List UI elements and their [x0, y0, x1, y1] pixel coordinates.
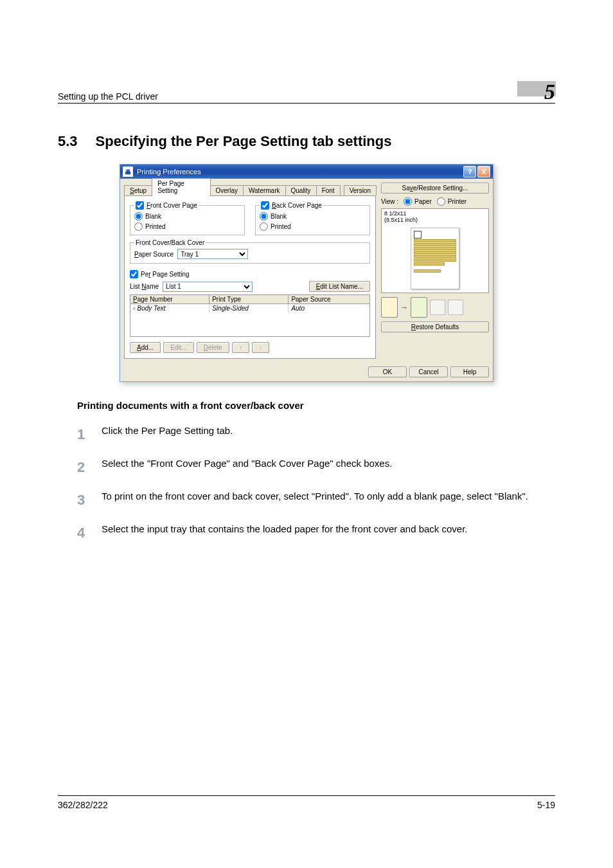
step-1: 1Click the Per Page Setting tab.	[77, 424, 536, 445]
paper-source-select[interactable]: Tray 1	[177, 249, 248, 259]
step-text: To print on the front cover and back cov…	[102, 489, 528, 504]
body-content: Printing documents with a front cover/ba…	[58, 400, 555, 543]
list-row[interactable]: ▫Body Text Single-Sided Auto	[130, 304, 369, 312]
list-name-select[interactable]: List 1	[163, 282, 253, 292]
list-name-label: List Name	[130, 283, 159, 290]
list-row-type: Single-Sided	[209, 304, 289, 312]
preview-sheet	[411, 228, 459, 289]
dialog-footer: OK Cancel Help	[120, 363, 493, 381]
arrow-icon: →	[400, 303, 408, 312]
fcbc-legend: Front Cover/Back Cover	[134, 239, 206, 246]
magnifier-icon	[414, 231, 422, 239]
chapter-badge: 5	[517, 77, 555, 102]
header-title: Setting up the PCL driver	[58, 91, 158, 102]
preview-size2: (8.5x11 inch)	[384, 217, 486, 223]
page-header: Setting up the PCL driver 5	[58, 77, 555, 104]
front-back-cover-group: Front Cover/Back Cover Paper Source Tray…	[130, 239, 370, 264]
delete-button[interactable]: Delete	[197, 342, 229, 353]
front-cover-checkbox[interactable]: Front Cover Page	[136, 201, 197, 210]
col-page-number[interactable]: Page Number	[130, 295, 209, 303]
tabstrip: Setup Per Page Setting Overlay Watermark…	[124, 183, 376, 195]
view-paper-radio[interactable]: Paper	[404, 197, 432, 206]
edit-button[interactable]: Edit...	[163, 342, 194, 353]
printer-preview-icon	[381, 297, 398, 318]
step-text: Click the Per Page Setting tab.	[102, 424, 233, 439]
view-label: View :	[381, 198, 398, 205]
col-paper-source[interactable]: Paper Source	[289, 295, 369, 303]
move-down-button[interactable]: ↓	[252, 342, 269, 353]
preview-panel: 8 1/2x11 (8.5x11 inch)	[381, 208, 489, 293]
preview-size1: 8 1/2x11	[384, 210, 486, 217]
step-number: 4	[77, 522, 90, 543]
back-cover-checkbox[interactable]: Back Cover Page	[261, 201, 322, 210]
tab-watermark[interactable]: Watermark	[243, 185, 286, 195]
view-row: View : Paper Printer	[381, 197, 489, 206]
list-row-source: Auto	[289, 304, 369, 312]
paper-source-label: Paper Source	[134, 251, 173, 258]
save-restore-button[interactable]: Save/Restore Setting...	[381, 183, 489, 194]
help-button[interactable]: Help	[450, 366, 489, 377]
footer-right: 5-19	[537, 800, 555, 810]
chapter-number: 5	[544, 80, 555, 104]
tab-quality[interactable]: Quality	[285, 185, 317, 195]
restore-defaults-button[interactable]: Restore Defaults	[381, 321, 489, 332]
option-icon-1[interactable]	[430, 300, 445, 315]
titlebar-help-button[interactable]: ?	[463, 166, 476, 177]
list-body[interactable]: ▫Body Text Single-Sided Auto	[130, 304, 370, 337]
option-icon-2[interactable]	[448, 300, 463, 315]
page-footer: 362/282/222 5-19	[58, 795, 555, 810]
front-cover-printed-radio[interactable]: Printed	[134, 222, 240, 231]
per-page-setting-checkbox[interactable]: Per Page Setting	[130, 270, 370, 278]
col-print-type[interactable]: Print Type	[209, 295, 289, 303]
printer-icon: 🖶	[123, 167, 133, 177]
step-3: 3To print on the front cover and back co…	[77, 489, 536, 511]
add-button[interactable]: Add...	[130, 342, 161, 353]
steps-list: 1Click the Per Page Setting tab. 2Select…	[77, 424, 536, 543]
dialog-title: Printing Preferences	[137, 168, 201, 176]
footer-left: 362/282/222	[58, 800, 108, 810]
list-row-page: Body Text	[138, 305, 166, 312]
dialog-left-pane: Setup Per Page Setting Overlay Watermark…	[124, 183, 376, 359]
edit-list-name-button[interactable]: Edit List Name...	[309, 281, 370, 292]
preview-head: 8 1/2x11 (8.5x11 inch)	[382, 209, 488, 224]
printing-preferences-dialog: 🖶 Printing Preferences ? X Setup Per Pag…	[120, 164, 493, 382]
printer-preview-icon-2	[411, 297, 427, 318]
list-header: Page Number Print Type Paper Source	[130, 294, 370, 304]
subheading: Printing documents with a front cover/ba…	[77, 400, 536, 411]
printer-icon-row: →	[381, 297, 489, 318]
ok-button[interactable]: OK	[368, 366, 407, 377]
step-text: Select the "Front Cover Page" and "Back …	[102, 457, 392, 471]
step-text: Select the input tray that contains the …	[102, 522, 468, 537]
back-cover-group: Back Cover Page Blank Printed	[255, 201, 370, 235]
back-cover-blank-radio[interactable]: Blank	[260, 212, 366, 221]
tab-font[interactable]: Font	[316, 185, 341, 195]
section-number: 5.3	[58, 133, 78, 150]
tab-overlay[interactable]: Overlay	[210, 185, 244, 195]
front-cover-group: Front Cover Page Blank Printed	[130, 201, 245, 235]
section-heading: 5.3 Specifying the Per Page Setting tab …	[58, 133, 555, 150]
back-cover-printed-radio[interactable]: Printed	[260, 222, 366, 231]
titlebar[interactable]: 🖶 Printing Preferences ? X	[120, 165, 493, 179]
page: Setting up the PCL driver 5 5.3 Specifyi…	[0, 0, 613, 868]
step-4: 4Select the input tray that contains the…	[77, 522, 536, 543]
front-cover-blank-radio[interactable]: Blank	[134, 212, 240, 221]
tab-per-page-setting[interactable]: Per Page Setting	[152, 178, 210, 196]
cancel-button[interactable]: Cancel	[409, 366, 448, 377]
move-up-button[interactable]: ↑	[232, 342, 249, 353]
view-printer-radio[interactable]: Printer	[437, 197, 466, 206]
tab-version[interactable]: Version	[344, 185, 377, 195]
step-number: 1	[77, 424, 90, 445]
dialog-right-pane: Save/Restore Setting... View : Paper Pri…	[381, 183, 489, 359]
titlebar-close-button[interactable]: X	[477, 166, 490, 177]
step-2: 2Select the "Front Cover Page" and "Back…	[77, 457, 536, 478]
step-number: 3	[77, 489, 90, 511]
section-title: Specifying the Per Page Setting tab sett…	[96, 133, 392, 150]
step-number: 2	[77, 457, 90, 478]
page-icon: ▫	[133, 305, 136, 312]
tab-panel: Front Cover Page Blank Printed Back Cove…	[124, 195, 376, 359]
tab-setup-label: etup	[134, 187, 147, 194]
tab-setup[interactable]: Setup	[124, 185, 152, 195]
